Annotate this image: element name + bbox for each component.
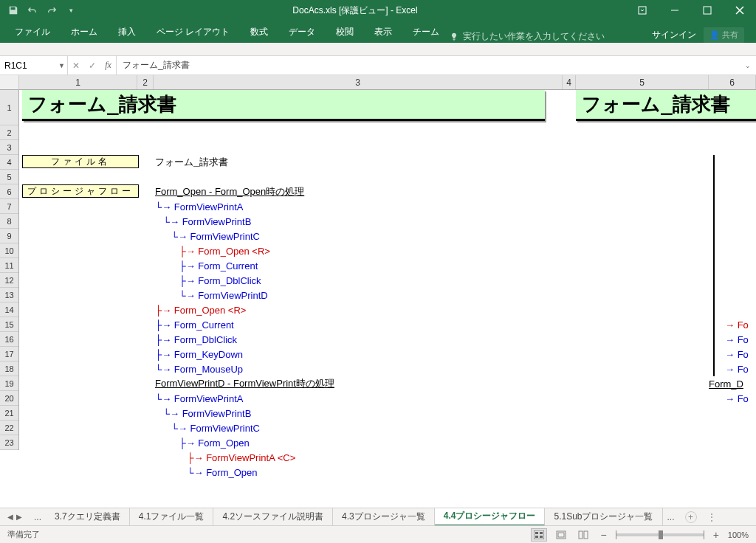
tab-review[interactable]: 校閲 bbox=[326, 21, 364, 43]
row-header[interactable]: 22 bbox=[0, 421, 18, 435]
code-line[interactable]: └→ FormViewPrintA bbox=[155, 199, 244, 214]
doc-title-cell-right[interactable]: フォーム_請求書 bbox=[576, 90, 756, 121]
row-header[interactable]: 15 bbox=[0, 317, 18, 332]
code-line[interactable]: → Fo bbox=[725, 362, 749, 376]
code-line[interactable]: ├→ Form_Current bbox=[155, 258, 258, 273]
row-header[interactable]: 18 bbox=[0, 362, 18, 376]
row-header[interactable]: 8 bbox=[0, 214, 18, 229]
zoom-level[interactable]: 100% bbox=[728, 530, 749, 539]
tell-me-search[interactable]: 実行したい作業を入力してください bbox=[450, 30, 605, 43]
code-line[interactable]: → Fo bbox=[725, 317, 749, 332]
chevron-down-icon[interactable]: ▼ bbox=[58, 62, 65, 69]
row-header[interactable]: 1 bbox=[0, 90, 18, 125]
doc-title-cell[interactable]: フォーム_請求書 bbox=[22, 90, 545, 121]
worksheet-grid[interactable]: 1 2 3 4 5 6 1 2 3 4 5 6 7 8 9 10 11 12 1… bbox=[0, 75, 756, 488]
col-header[interactable]: 5 bbox=[576, 75, 709, 89]
row-header[interactable]: 6 bbox=[0, 184, 18, 199]
fx-icon[interactable]: fx bbox=[105, 60, 111, 71]
page-break-view-icon[interactable] bbox=[575, 528, 591, 542]
minimize-icon[interactable] bbox=[659, 0, 691, 21]
sheet-tab[interactable]: 4.3プロシージャ一覧 bbox=[333, 508, 435, 526]
normal-view-icon[interactable] bbox=[531, 528, 547, 542]
code-line[interactable]: ├→ Form_Current bbox=[155, 317, 234, 332]
col-header[interactable]: 4 bbox=[563, 75, 576, 89]
code-line[interactable]: └→ FormViewPrintB bbox=[155, 214, 251, 229]
sheet-tab-active[interactable]: 4.4プロシージャフロー bbox=[435, 508, 546, 526]
row-header[interactable]: 7 bbox=[0, 199, 18, 214]
code-line[interactable]: └→ FormViewPrintD bbox=[155, 288, 268, 302]
tab-file[interactable]: ファイル bbox=[4, 21, 61, 43]
row-header[interactable]: 20 bbox=[0, 391, 18, 406]
expand-formula-icon[interactable]: ⌄ bbox=[740, 56, 756, 75]
cancel-icon[interactable]: ✕ bbox=[72, 60, 80, 71]
code-line[interactable]: ├→ FormViewPrintA <C> bbox=[155, 450, 295, 465]
row-header[interactable]: 19 bbox=[0, 376, 18, 391]
code-line[interactable]: → Fo bbox=[725, 332, 749, 347]
tab-ellipsis[interactable]: ... bbox=[30, 512, 46, 522]
zoom-thumb[interactable] bbox=[659, 530, 663, 539]
code-line[interactable]: → Fo bbox=[725, 347, 749, 362]
row-header[interactable]: 10 bbox=[0, 243, 18, 258]
row-header[interactable]: 4 bbox=[0, 155, 18, 170]
row-header[interactable]: 23 bbox=[0, 435, 18, 450]
code-line[interactable]: └→ FormViewPrintB bbox=[155, 406, 251, 421]
share-button[interactable]: 👤 共有 bbox=[704, 27, 744, 43]
undo-icon[interactable] bbox=[24, 2, 41, 18]
maximize-icon[interactable] bbox=[691, 0, 724, 21]
code-line[interactable]: ├→ Form_DblClick bbox=[155, 332, 237, 347]
row-header[interactable]: 21 bbox=[0, 406, 18, 421]
name-box[interactable]: R1C1▼ bbox=[0, 56, 68, 75]
label-procedure-flow[interactable]: プロシージャフロー bbox=[22, 184, 139, 198]
tab-insert[interactable]: 挿入 bbox=[108, 21, 146, 43]
col-header[interactable]: 1 bbox=[19, 75, 137, 89]
select-all-corner[interactable] bbox=[0, 75, 19, 90]
tab-team[interactable]: チーム bbox=[402, 21, 450, 43]
code-line[interactable]: FormViewPrintD - FormViewPrint時の処理 bbox=[155, 376, 334, 391]
tab-data[interactable]: データ bbox=[278, 21, 326, 43]
code-line[interactable]: ├→ Form_KeyDown bbox=[155, 347, 243, 362]
tab-formulas[interactable]: 数式 bbox=[240, 21, 278, 43]
formula-input[interactable]: フォーム_請求書 bbox=[117, 56, 740, 75]
zoom-slider[interactable] bbox=[616, 533, 704, 536]
sheet-tab[interactable]: 4.1ファイル一覧 bbox=[130, 508, 214, 526]
row-header[interactable]: 9 bbox=[0, 229, 18, 243]
label-filename[interactable]: ファイル名 bbox=[22, 155, 139, 168]
row-header[interactable]: 17 bbox=[0, 347, 18, 362]
tab-options-icon[interactable]: ⋮ bbox=[707, 512, 716, 522]
tab-ellipsis[interactable]: ... bbox=[663, 512, 679, 522]
code-line[interactable]: ├→ Form_Open <R> bbox=[155, 302, 246, 317]
sheet-tab[interactable]: 4.2ソースファイル説明書 bbox=[213, 508, 333, 526]
code-line[interactable]: ├→ Form_Open <R> bbox=[155, 243, 270, 258]
row-header[interactable]: 13 bbox=[0, 288, 18, 302]
code-line[interactable]: └→ Form_Open bbox=[155, 465, 258, 480]
row-header[interactable]: 2 bbox=[0, 125, 18, 140]
row-header[interactable]: 3 bbox=[0, 140, 18, 155]
code-line[interactable]: └→ FormViewPrintA bbox=[155, 391, 244, 406]
code-line[interactable]: ├→ Form_Open bbox=[155, 435, 250, 450]
sheet-tab[interactable]: 3.7クエリ定義書 bbox=[46, 508, 130, 526]
redo-icon[interactable] bbox=[43, 2, 61, 18]
cell-filename-value[interactable]: フォーム_請求書 bbox=[155, 155, 228, 170]
tab-pagelayout[interactable]: ページ レイアウト bbox=[146, 21, 240, 43]
code-line[interactable]: → Fo bbox=[725, 391, 749, 406]
code-line[interactable]: ├→ Form_DblClick bbox=[155, 273, 261, 288]
row-header[interactable]: 14 bbox=[0, 302, 18, 317]
col-header[interactable]: 2 bbox=[137, 75, 154, 89]
add-sheet-button[interactable]: + bbox=[685, 511, 697, 523]
tab-nav-prev-icon[interactable]: ◀ bbox=[7, 513, 13, 521]
code-line[interactable]: Form_D bbox=[709, 376, 743, 391]
col-header[interactable]: 6 bbox=[709, 75, 756, 89]
cells[interactable]: フォーム_請求書 フォーム_請求書 ファイル名 フォーム_請求書 プロシージャフ… bbox=[19, 90, 756, 488]
row-header[interactable]: 16 bbox=[0, 332, 18, 347]
code-line[interactable]: Form_Open - Form_Open時の処理 bbox=[155, 184, 304, 199]
signin-link[interactable]: サインイン bbox=[652, 29, 696, 41]
zoom-out-button[interactable]: − bbox=[597, 529, 609, 541]
tab-home[interactable]: ホーム bbox=[61, 21, 108, 43]
row-header[interactable]: 11 bbox=[0, 258, 18, 273]
page-layout-view-icon[interactable] bbox=[553, 528, 569, 542]
row-headers[interactable]: 1 2 3 4 5 6 7 8 9 10 11 12 13 14 15 16 1… bbox=[0, 90, 19, 450]
row-header[interactable]: 5 bbox=[0, 170, 18, 184]
enter-icon[interactable]: ✓ bbox=[89, 60, 96, 71]
code-line[interactable]: └→ FormViewPrintC bbox=[155, 421, 260, 435]
code-line[interactable]: └→ FormViewPrintC bbox=[155, 229, 260, 243]
